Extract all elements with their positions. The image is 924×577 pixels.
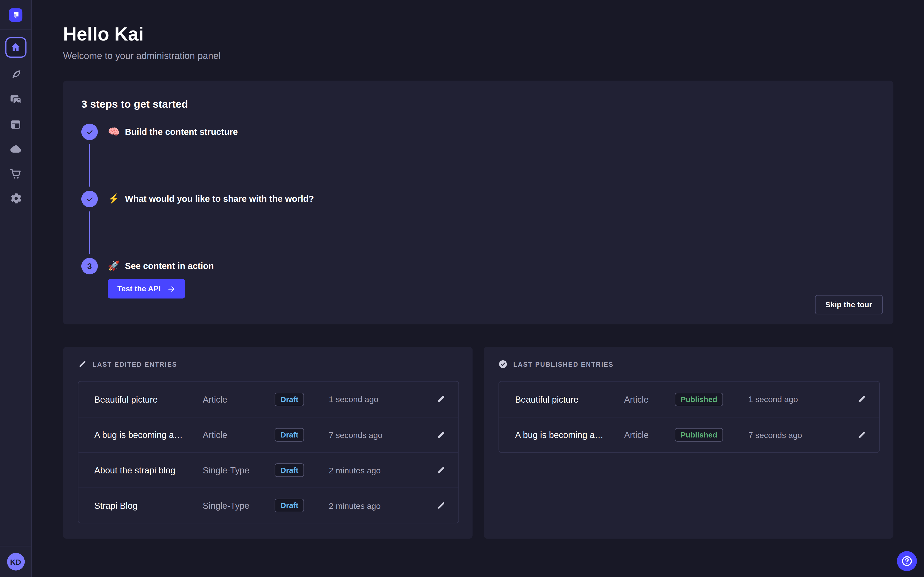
pencil-icon — [857, 430, 866, 440]
entry-time: 2 minutes ago — [329, 466, 431, 475]
pencil-icon — [436, 395, 446, 404]
user-avatar[interactable]: KD — [6, 553, 24, 571]
sidebar-item-settings[interactable] — [8, 191, 23, 206]
status-badge: Draft — [275, 392, 304, 406]
guided-tour-title: 3 steps to get started — [81, 98, 874, 111]
entry-time: 7 seconds ago — [748, 430, 852, 440]
cart-icon — [9, 167, 22, 181]
tour-step-3: 3 🚀 See content in action Test the API — [81, 258, 874, 298]
edit-entry-button[interactable] — [852, 395, 866, 404]
step-connector — [89, 144, 90, 187]
pencil-icon — [857, 395, 866, 404]
sidebar: KD — [0, 0, 32, 577]
lightning-emoji: ⚡ — [108, 193, 120, 205]
strapi-logo-icon — [9, 8, 22, 21]
table-row[interactable]: Beautiful picture Article Draft 1 second… — [78, 382, 459, 417]
entry-type: Article — [624, 430, 675, 440]
tour-step-1: 🧠 Build the content structure — [81, 124, 874, 191]
main-content: Hello Kai Welcome to your administration… — [32, 0, 924, 577]
last-published-panel: LAST PUBLISHED ENTRIES Beautiful picture… — [484, 347, 893, 538]
cloud-icon — [8, 142, 23, 156]
edit-entry-button[interactable] — [852, 430, 866, 440]
entry-type: Single-Type — [203, 501, 275, 511]
entry-title: A bug is becoming a… — [515, 430, 624, 440]
brain-emoji: 🧠 — [108, 126, 120, 137]
entry-type: Article — [203, 394, 275, 404]
entry-title: Strapi Blog — [94, 501, 202, 511]
feather-icon — [9, 68, 22, 81]
edit-entry-button[interactable] — [431, 501, 446, 510]
last-edited-table: Beautiful picture Article Draft 1 second… — [78, 381, 459, 524]
table-row[interactable]: About the strapi blog Single-Type Draft … — [78, 452, 459, 487]
pencil-icon — [436, 466, 446, 475]
step-label: Build the content structure — [125, 127, 238, 137]
edit-entry-button[interactable] — [431, 466, 446, 475]
sidebar-item-marketplace[interactable] — [8, 166, 23, 181]
sidebar-item-home[interactable] — [5, 37, 26, 58]
sidebar-item-content-manager[interactable] — [8, 117, 23, 132]
guided-tour-steps: 🧠 Build the content structure — [81, 124, 874, 298]
test-api-button[interactable]: Test the API — [108, 279, 185, 298]
last-published-table: Beautiful picture Article Published 1 se… — [498, 381, 880, 453]
edit-entry-button[interactable] — [431, 395, 446, 404]
arrow-right-icon — [167, 285, 175, 293]
table-row[interactable]: A bug is becoming a… Article Draft 7 sec… — [78, 417, 459, 452]
entry-title: Beautiful picture — [515, 394, 624, 404]
tour-step-2: ⚡ What would you like to share with the … — [81, 191, 874, 258]
step-label: See content in action — [125, 261, 214, 271]
entry-title: Beautiful picture — [94, 394, 202, 404]
check-circle-icon — [498, 360, 507, 369]
entry-type: Single-Type — [203, 465, 275, 475]
entry-type: Article — [624, 394, 675, 404]
step-connector — [89, 211, 90, 254]
sidebar-nav — [0, 37, 31, 206]
pencil-icon — [436, 501, 446, 510]
sidebar-item-cloud[interactable] — [8, 141, 23, 157]
last-published-title: LAST PUBLISHED ENTRIES — [513, 361, 614, 368]
help-button[interactable] — [897, 551, 917, 571]
layout-icon — [10, 118, 22, 130]
last-edited-title: LAST EDITED ENTRIES — [92, 361, 177, 368]
step-label: What would you like to share with the wo… — [125, 193, 314, 204]
table-row[interactable]: Beautiful picture Article Published 1 se… — [499, 382, 879, 417]
sidebar-footer: KD — [0, 546, 31, 577]
status-badge: Published — [675, 428, 723, 442]
step-done-check-icon — [81, 124, 98, 140]
status-badge: Draft — [275, 428, 304, 442]
pencil-icon — [436, 430, 446, 440]
logo-container — [0, 0, 31, 30]
entry-title: A bug is becoming a… — [94, 430, 202, 440]
pencil-icon — [78, 360, 87, 369]
entry-time: 7 seconds ago — [329, 430, 431, 440]
step-done-check-icon — [81, 191, 98, 207]
entries-panels: LAST EDITED ENTRIES Beautiful picture Ar… — [63, 347, 893, 538]
page-title: Hello Kai — [63, 24, 924, 45]
entry-time: 1 second ago — [329, 395, 431, 404]
sidebar-item-content-type-builder[interactable] — [8, 67, 23, 82]
status-badge: Draft — [275, 463, 304, 477]
status-badge: Draft — [275, 499, 304, 513]
status-badge: Published — [675, 392, 723, 406]
entry-time: 2 minutes ago — [329, 501, 431, 510]
step-number-badge: 3 — [81, 258, 98, 274]
images-icon — [9, 93, 22, 106]
edit-entry-button[interactable] — [431, 430, 446, 440]
strapi-admin-dashboard: KD Hello Kai Welcome to your administrat… — [0, 0, 924, 577]
question-mark-icon — [901, 555, 913, 567]
last-edited-panel: LAST EDITED ENTRIES Beautiful picture Ar… — [63, 347, 473, 538]
entry-type: Article — [203, 430, 275, 440]
table-row[interactable]: Strapi Blog Single-Type Draft 2 minutes … — [78, 487, 459, 523]
entry-title: About the strapi blog — [94, 465, 202, 475]
gear-icon — [9, 192, 22, 205]
entry-time: 1 second ago — [748, 395, 852, 404]
table-row[interactable]: A bug is becoming a… Article Published 7… — [499, 417, 879, 452]
sidebar-item-media-library[interactable] — [8, 92, 23, 107]
guided-tour-card: 3 steps to get started 🧠 Build the conte… — [63, 81, 893, 325]
rocket-emoji: 🚀 — [108, 260, 120, 272]
page-subtitle: Welcome to your administration panel — [63, 50, 924, 61]
skip-tour-button[interactable]: Skip the tour — [815, 295, 883, 314]
